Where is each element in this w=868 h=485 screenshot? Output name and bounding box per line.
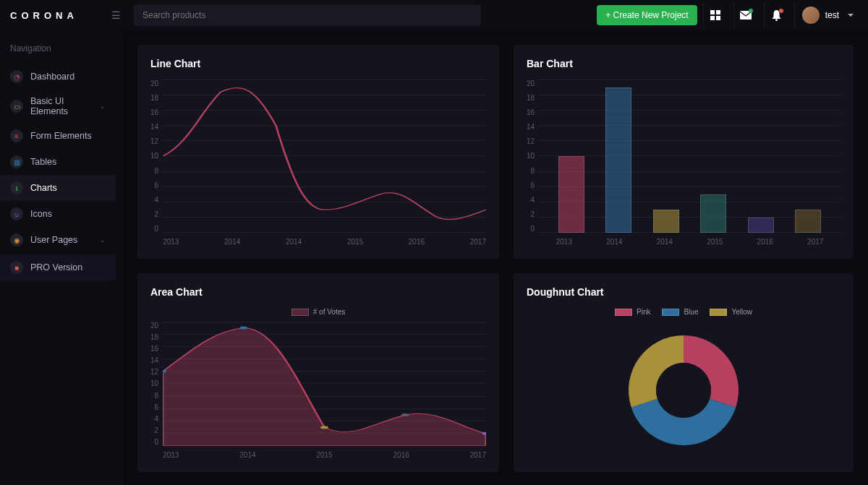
bars (539, 80, 841, 233)
sidebar-item-label: Dashboard (30, 72, 75, 82)
gauge-icon: ◔ (10, 70, 23, 83)
sidebar-item-charts[interactable]: ⫾ Charts (0, 175, 116, 201)
svg-point-5 (775, 19, 778, 21)
chevron-down-icon: ⌄ (100, 236, 106, 244)
card-line-chart: Line Chart 20181614121086420 20132014201… (137, 45, 499, 259)
laptop-icon: ▭ (10, 100, 23, 113)
sidebar-item-user-pages[interactable]: ◉ User Pages ⌄ (0, 227, 116, 253)
chevron-down-icon (848, 14, 854, 17)
brand-logo[interactable]: CORONA (10, 10, 111, 21)
svg-rect-3 (716, 16, 720, 20)
topbar-right: + Create New Project test (597, 3, 858, 27)
topbar: CORONA ☰ + Create New Project test (0, 0, 868, 30)
chart-icon: ⫾ (10, 181, 23, 194)
legend-item-blue[interactable]: Blue (662, 308, 698, 316)
card-title: Bar Chart (527, 58, 841, 69)
sidebar-item-label: Basic UI Elements (30, 96, 100, 116)
svg-rect-1 (716, 10, 720, 14)
y-axis: 20181614121086420 (150, 322, 163, 459)
x-axis: 201320142014201520162017 (539, 238, 841, 246)
sidebar-item-label: Charts (30, 183, 57, 193)
content: Line Chart 20181614121086420 20132014201… (123, 30, 868, 485)
area-plot (163, 322, 486, 446)
legend-item[interactable]: # of Votes (292, 308, 345, 316)
svg-rect-0 (710, 10, 715, 14)
card-title: Line Chart (150, 58, 486, 69)
sidebar-item-pro[interactable]: ■ PRO Version (0, 254, 116, 280)
user-menu[interactable]: test (794, 3, 858, 27)
sidebar-item-basic-ui[interactable]: ▭ Basic UI Elements ⌄ (0, 90, 116, 123)
chevron-down-icon: ⌄ (100, 103, 106, 110)
svg-rect-2 (710, 16, 715, 20)
area-legend: # of Votes (150, 308, 486, 316)
menu-toggle-icon[interactable]: ☰ (111, 9, 121, 21)
svg-point-8 (320, 426, 328, 429)
doughnut-chart (527, 322, 841, 459)
apps-icon[interactable] (703, 3, 728, 27)
sidebar-item-form-elements[interactable]: ≡ Form Elements (0, 123, 116, 149)
sidebar-item-icons[interactable]: ☺ Icons (0, 201, 116, 227)
nav-heading: Navigation (0, 38, 123, 64)
area-chart: 20181614121086420 20132014201520162017 (150, 322, 486, 459)
legend-item-pink[interactable]: Pink (615, 308, 650, 316)
x-axis: 201320142014201520162017 (163, 238, 486, 246)
sidebar-item-label: User Pages (30, 235, 77, 245)
bell-icon[interactable] (764, 3, 788, 27)
avatar (802, 7, 820, 24)
svg-point-9 (401, 413, 409, 416)
doughnut-legend: Pink Blue Yellow (527, 308, 841, 316)
card-bar-chart: Bar Chart 20181614121086420 201320142014… (514, 45, 854, 259)
line-chart: 20181614121086420 2013201420142015201620… (150, 80, 486, 246)
legend-label: # of Votes (313, 308, 345, 316)
sidebar-item-label: Form Elements (30, 131, 92, 141)
mail-icon[interactable] (733, 3, 758, 27)
card-area-chart: Area Chart # of Votes 20181614121086420 (137, 273, 499, 472)
card-title: Doughnut Chart (527, 286, 841, 298)
username: test (825, 10, 839, 20)
y-axis: 20181614121086420 (150, 80, 163, 246)
y-axis: 20181614121086420 (527, 80, 539, 246)
sidebar: Navigation ◔ Dashboard ▭ Basic UI Elemen… (0, 30, 123, 485)
x-axis: 20132014201520162017 (163, 451, 486, 459)
legend-item-yellow[interactable]: Yellow (710, 308, 752, 316)
sidebar-item-dashboard[interactable]: ◔ Dashboard (0, 64, 116, 90)
svg-point-7 (239, 327, 247, 330)
create-project-button[interactable]: + Create New Project (597, 5, 697, 25)
sidebar-item-tables[interactable]: ▦ Tables (0, 149, 116, 175)
sidebar-item-label: PRO Version (30, 262, 82, 272)
sidebar-item-label: Icons (30, 209, 52, 219)
contacts-icon: ☺ (10, 207, 23, 220)
playlist-icon: ≡ (10, 129, 23, 142)
card-doughnut-chart: Doughnut Chart Pink Blue Yellow (514, 273, 854, 472)
search-input[interactable] (134, 4, 481, 26)
table-icon: ▦ (10, 155, 23, 168)
bar-chart: 20181614121086420 2013201420142015201620… (527, 80, 841, 246)
svg-point-11 (656, 363, 711, 418)
card-title: Area Chart (150, 286, 486, 298)
security-icon: ◉ (10, 233, 23, 246)
line-plot (163, 80, 486, 233)
pro-icon: ■ (10, 261, 23, 274)
sidebar-item-label: Tables (30, 157, 56, 167)
